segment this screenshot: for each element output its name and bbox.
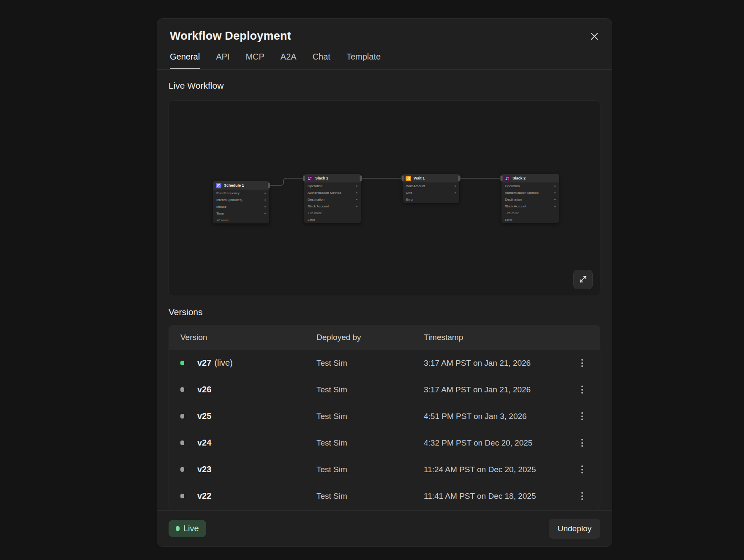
version-row-v26: v26 Test Sim 3:17 AM PST on Jan 21, 2026	[169, 376, 600, 403]
workflow-node-slack-1[interactable]: Slack 1 Operation Authentication Method …	[304, 174, 361, 223]
version-status-dot	[180, 361, 184, 365]
tab-general[interactable]: General	[170, 52, 200, 69]
column-header-deployed-by: Deployed by	[316, 333, 424, 342]
node-field-row: Operation	[304, 182, 361, 189]
deployed-by: Test Sim	[316, 465, 424, 474]
column-header-version: Version	[180, 333, 316, 342]
node-field-row: Run Frequency	[213, 190, 269, 196]
field-dot	[356, 206, 357, 207]
expand-preview-button[interactable]	[573, 270, 593, 289]
tab-mcp[interactable]: MCP	[245, 52, 264, 69]
version-status-dot	[180, 440, 184, 445]
node-header: Wait 1	[403, 174, 459, 182]
field-dot	[356, 199, 357, 200]
workflow-node-slack-2[interactable]: Slack 2 Operation Authentication Method …	[501, 174, 559, 223]
version-status-dot	[180, 467, 184, 472]
field-dot	[264, 193, 266, 194]
tab-template[interactable]: Template	[346, 52, 381, 69]
row-menu-button[interactable]	[576, 462, 589, 477]
version-row-v22: v22 Test Sim 11:41 AM PST on Dec 18, 202…	[169, 483, 600, 509]
version-label: v25	[197, 411, 316, 421]
node-field-row: Authentication Method	[304, 189, 361, 196]
kebab-menu-icon	[581, 439, 583, 440]
version-label: v24	[197, 438, 316, 448]
node-field-row: Destination	[304, 196, 361, 203]
node-field-row: Interval (Minutes)	[213, 196, 269, 203]
versions-table: Version Deployed by Timestamp v27(live) …	[169, 325, 600, 509]
modal-footer: Live Undeploy	[157, 510, 612, 546]
version-row-v25: v25 Test Sim 4:51 PM PST on Jan 3, 2026	[169, 403, 600, 430]
live-suffix: (live)	[214, 358, 232, 367]
field-dot	[264, 213, 266, 214]
wait-icon	[406, 176, 411, 181]
timestamp: 11:41 AM PST on Dec 18, 2025	[424, 492, 570, 501]
row-menu-button[interactable]	[576, 409, 589, 424]
tab-api[interactable]: API	[216, 52, 229, 69]
node-field-row: Destination	[501, 196, 559, 203]
live-badge-label: Live	[183, 524, 199, 533]
node-error-row: Error	[304, 216, 361, 223]
node-more-row: +26 more	[304, 209, 361, 216]
node-header: Schedule 1	[213, 181, 269, 190]
deployed-by: Test Sim	[316, 359, 424, 368]
workflow-deployment-modal: Workflow Deployment General API MCP A2A …	[157, 18, 612, 547]
live-dot-icon	[176, 526, 180, 531]
node-field-row: Wait Amount	[403, 182, 459, 189]
field-dot	[554, 206, 556, 207]
close-button[interactable]	[588, 30, 601, 43]
version-status-dot	[180, 414, 184, 419]
field-dot	[264, 199, 266, 201]
undeploy-button[interactable]: Undeploy	[549, 519, 600, 539]
workflow-node-wait-1[interactable]: Wait 1 Wait Amount Unit Error	[403, 174, 459, 203]
row-menu-button[interactable]	[576, 383, 589, 397]
kebab-menu-icon	[581, 412, 583, 414]
timestamp: 4:51 PM PST on Jan 3, 2026	[424, 412, 570, 421]
version-row-v23: v23 Test Sim 11:24 AM PST on Dec 20, 202…	[169, 456, 600, 483]
field-dot	[554, 199, 556, 200]
tab-a2a[interactable]: A2A	[281, 52, 297, 69]
workflow-node-schedule-1[interactable]: Schedule 1 Run Frequency Interval (Minut…	[213, 181, 269, 223]
kebab-menu-icon	[581, 359, 583, 361]
node-header: Slack 1	[304, 174, 361, 182]
kebab-menu-icon	[581, 492, 583, 494]
node-title: Slack 2	[512, 176, 526, 180]
row-menu-button[interactable]	[576, 356, 589, 370]
field-dot	[264, 206, 266, 207]
node-header: Slack 2	[501, 174, 559, 182]
versions-heading: Versions	[169, 307, 600, 317]
node-field-row: Authentication Method	[501, 189, 559, 196]
slack-icon	[307, 176, 313, 181]
modal-title: Workflow Deployment	[157, 19, 612, 43]
tabs-divider	[157, 69, 612, 70]
node-field-row: Minute	[213, 203, 269, 210]
node-field-row: Time	[213, 210, 269, 217]
row-menu-button[interactable]	[576, 489, 589, 503]
version-label: v22	[197, 491, 316, 501]
timestamp: 3:17 AM PST on Jan 21, 2026	[424, 385, 570, 394]
node-more-row: +26 more	[501, 209, 559, 216]
schedule-icon	[216, 183, 221, 188]
version-status-dot	[180, 387, 184, 392]
version-label: v27(live)	[197, 358, 316, 368]
node-field-row: Slack Account	[304, 203, 361, 209]
field-dot	[554, 192, 556, 193]
deployed-by: Test Sim	[316, 492, 424, 501]
workflow-preview-canvas: Schedule 1 Run Frequency Interval (Minut…	[169, 100, 600, 296]
row-menu-button[interactable]	[576, 436, 589, 450]
close-icon	[590, 32, 599, 42]
version-label: v26	[197, 385, 316, 394]
node-title: Schedule 1	[224, 183, 244, 188]
node-field-row: Operation	[501, 182, 559, 189]
field-dot	[356, 185, 357, 187]
deployed-by: Test Sim	[316, 412, 424, 421]
version-row-v24: v24 Test Sim 4:32 PM PST on Dec 20, 2025	[169, 430, 600, 456]
node-title: Wait 1	[414, 176, 425, 180]
expand-icon	[579, 275, 587, 285]
version-label: v23	[197, 465, 316, 474]
column-header-timestamp: Timestamp	[424, 333, 570, 342]
deployed-by: Test Sim	[316, 438, 424, 448]
node-more-row: +6 more	[213, 217, 269, 223]
timestamp: 4:32 PM PST on Dec 20, 2025	[424, 438, 570, 448]
kebab-menu-icon	[581, 465, 583, 467]
tab-chat[interactable]: Chat	[313, 52, 330, 69]
